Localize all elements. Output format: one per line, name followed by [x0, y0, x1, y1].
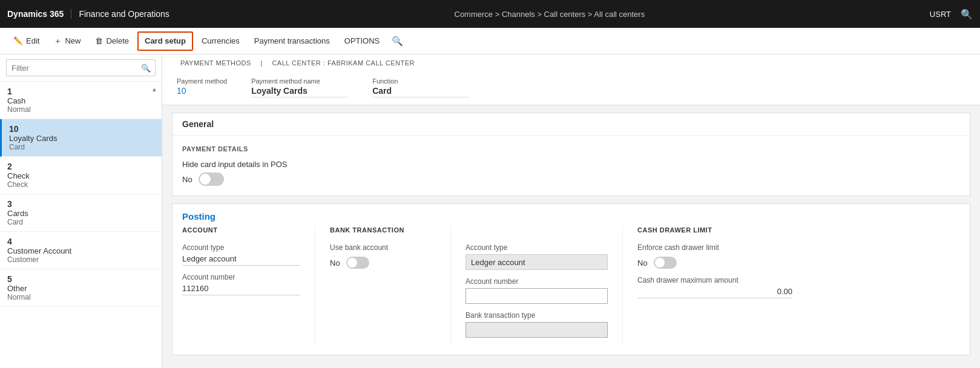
use-bank-field: Use bank account No	[330, 243, 436, 269]
field-payment-method-value[interactable]: 10	[177, 86, 227, 96]
new-icon: ＋	[54, 36, 62, 47]
topbar-search-icon[interactable]: 🔍	[961, 8, 973, 20]
posting-section: Posting ACCOUNT Account type Ledger acco…	[172, 203, 970, 355]
scroll-up-icon[interactable]: ▲	[150, 84, 159, 94]
sidebar-item-num: 1	[7, 87, 154, 96]
content-area: PAYMENT METHODS | CALL CENTER : FABRIKAM…	[162, 54, 980, 368]
bank-transaction-type-field: Bank transaction type	[465, 311, 608, 338]
sidebar-item-name: Customer Account	[7, 246, 154, 255]
sidebar-item-type: Normal	[7, 105, 154, 114]
sidebar-item-name: Check	[7, 171, 154, 180]
enforce-cash-toggle-text: No	[637, 258, 648, 268]
options-label: OPTIONS	[344, 36, 380, 45]
edit-icon: ✏️	[13, 36, 23, 45]
enforce-cash-field: Enforce cash drawer limit No	[637, 243, 792, 269]
right-account-number-input[interactable]	[465, 288, 608, 304]
sidebar: 🔍 ▲ 1 Cash Normal 10 Loyalty Cards Card …	[0, 54, 162, 368]
right-account-number-label: Account number	[465, 277, 608, 286]
field-function: Function Card	[372, 77, 469, 97]
general-section: General PAYMENT DETAILS Hide card input …	[172, 113, 970, 196]
account-col: ACCOUNT Account type Ledger account Acco…	[182, 226, 315, 345]
sidebar-item[interactable]: 2 Check Check	[0, 157, 162, 194]
delete-button[interactable]: 🗑 Delete	[89, 31, 135, 51]
right-account-type-input[interactable]	[465, 254, 608, 270]
currencies-label: Currencies	[202, 36, 240, 45]
right-account-type-label: Account type	[465, 243, 608, 252]
brand-module: Finance and Operations	[79, 9, 169, 19]
hide-card-toggle[interactable]	[199, 172, 224, 186]
toolbar: ✏️ Edit ＋ New 🗑 Delete Card setup Curren…	[0, 28, 980, 54]
field-payment-method: Payment method 10	[177, 77, 227, 97]
edit-button[interactable]: ✏️ Edit	[7, 31, 45, 51]
account-col-header: ACCOUNT	[182, 226, 300, 236]
sidebar-item[interactable]: 1 Cash Normal	[0, 82, 162, 119]
sidebar-item[interactable]: 4 Customer Account Customer	[0, 232, 162, 269]
brand: Dynamics 365 Finance and Operations	[7, 9, 169, 19]
enforce-cash-toggle-row: No	[637, 257, 792, 269]
sidebar-item-name: Loyalty Cards	[9, 134, 154, 143]
sidebar-item[interactable]: 10 Loyalty Cards Card	[0, 119, 162, 157]
toolbar-search-icon[interactable]: 🔍	[392, 36, 403, 47]
bank-col: BANK TRANSACTION Use bank account No	[330, 226, 451, 345]
sidebar-item-num: 4	[7, 237, 154, 246]
options-button[interactable]: OPTIONS	[338, 31, 386, 51]
cash-max-field: Cash drawer maximum amount 0.00	[637, 276, 792, 298]
use-bank-toggle-text: No	[330, 258, 340, 268]
sidebar-filter-area: 🔍	[0, 54, 162, 82]
sidebar-item-num: 10	[9, 124, 154, 134]
right-account-number-field: Account number	[465, 277, 608, 304]
sidebar-list: ▲ 1 Cash Normal 10 Loyalty Cards Card 2 …	[0, 82, 162, 368]
breadcrumb-left: PAYMENT METHODS	[180, 59, 251, 67]
sidebar-item-name: Cash	[7, 96, 154, 105]
account-type-label: Account type	[182, 243, 300, 252]
topbar-user: USRT	[930, 10, 951, 19]
topbar-breadcrumb: Commerce > Channels > Call centers > All…	[169, 10, 930, 19]
hide-card-toggle-text: No	[182, 175, 192, 184]
field-function-label: Function	[372, 77, 469, 85]
general-section-body: PAYMENT DETAILS Hide card input details …	[173, 136, 970, 196]
card-setup-button[interactable]: Card setup	[137, 31, 193, 51]
topbar: Dynamics 365 Finance and Operations Comm…	[0, 0, 980, 28]
field-payment-method-name-value: Loyalty Cards	[251, 86, 348, 97]
right-account-col: . Account type Account number Bank trans…	[465, 226, 623, 345]
bank-col-header: BANK TRANSACTION	[330, 226, 436, 236]
use-bank-label: Use bank account	[330, 243, 436, 252]
cash-drawer-col-header: CASH DRAWER LIMIT	[637, 226, 792, 236]
sidebar-item-type: Check	[7, 180, 154, 189]
delete-icon: 🗑	[95, 36, 103, 45]
account-type-value: Ledger account	[182, 254, 300, 266]
cash-max-label: Cash drawer maximum amount	[637, 276, 792, 284]
sidebar-item-type: Normal	[7, 293, 154, 301]
account-number-label: Account number	[182, 273, 300, 281]
hide-card-row: Hide card input details in POS No	[182, 160, 960, 186]
toggle-with-text: No	[182, 172, 960, 186]
enforce-cash-label: Enforce cash drawer limit	[637, 243, 792, 252]
use-bank-toggle-row: No	[330, 257, 436, 269]
filter-input[interactable]	[6, 59, 156, 76]
content-fields: Payment method 10 Payment method name Lo…	[177, 71, 965, 105]
field-payment-method-label: Payment method	[177, 77, 227, 85]
sidebar-item[interactable]: 3 Cards Card	[0, 194, 162, 232]
card-setup-label: Card setup	[145, 36, 186, 45]
breadcrumb-sep: |	[260, 59, 262, 67]
content-header: PAYMENT METHODS | CALL CENTER : FABRIKAM…	[162, 54, 980, 105]
sidebar-item-name: Cards	[7, 209, 154, 218]
enforce-cash-toggle[interactable]	[654, 257, 677, 269]
payment-transactions-label: Payment transactions	[254, 36, 330, 45]
new-button[interactable]: ＋ New	[48, 31, 87, 51]
use-bank-toggle[interactable]	[346, 257, 369, 269]
account-number-field: Account number 112160	[182, 273, 300, 295]
main-layout: 🔍 ▲ 1 Cash Normal 10 Loyalty Cards Card …	[0, 54, 980, 368]
sidebar-item-num: 5	[7, 274, 154, 284]
bank-transaction-type-input[interactable]	[465, 322, 608, 338]
delete-label: Delete	[106, 36, 129, 45]
posting-body: ACCOUNT Account type Ledger account Acco…	[173, 226, 970, 355]
currencies-button[interactable]: Currencies	[196, 31, 246, 51]
cash-max-value: 0.00	[637, 287, 792, 298]
edit-label: Edit	[26, 36, 39, 45]
sidebar-item-type: Card	[9, 143, 154, 151]
payment-transactions-button[interactable]: Payment transactions	[248, 31, 336, 51]
field-payment-method-name-label: Payment method name	[251, 77, 348, 85]
cash-drawer-col: CASH DRAWER LIMIT Enforce cash drawer li…	[637, 226, 807, 345]
sidebar-item[interactable]: 5 Other Normal	[0, 269, 162, 307]
